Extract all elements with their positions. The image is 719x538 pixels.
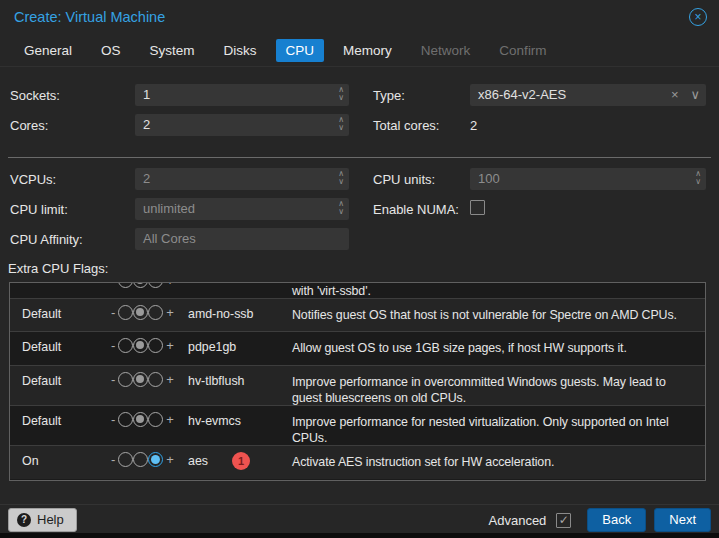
toggle-minus-label: - bbox=[108, 305, 118, 320]
chevron-down-icon[interactable]: ∨ bbox=[690, 84, 700, 106]
flag-row-hv-tlbflush[interactable]: Default - + hv-tlbflush Improve performa… bbox=[10, 366, 705, 406]
flag-toggle: - + bbox=[108, 282, 177, 288]
vcpus-label: VCPUs: bbox=[10, 172, 56, 187]
vcpus-value: 2 bbox=[143, 168, 150, 190]
radio-off-option[interactable] bbox=[118, 282, 133, 288]
cores-value: 2 bbox=[143, 114, 150, 136]
type-label: Type: bbox=[373, 88, 405, 103]
radio-off-option[interactable] bbox=[118, 452, 133, 467]
next-button[interactable]: Next bbox=[654, 508, 711, 532]
flag-row-partial[interactable]: - + with 'virt-ssbd'. bbox=[10, 283, 705, 299]
flag-row-pdpe1gb[interactable]: Default - + pdpe1gb Allow guest OS to us… bbox=[10, 332, 705, 366]
flag-name: hv-evmcs bbox=[188, 414, 241, 428]
enable-numa-checkbox[interactable] bbox=[470, 200, 485, 215]
cores-spinner[interactable]: 2 ∧∨ bbox=[135, 114, 349, 136]
radio-default-option[interactable] bbox=[133, 372, 148, 387]
tab-bar: General OS System Disks CPU Memory Netwo… bbox=[14, 39, 557, 62]
sockets-value: 1 bbox=[143, 84, 150, 106]
radio-off-option[interactable] bbox=[118, 372, 133, 387]
section-divider bbox=[8, 157, 711, 158]
tab-general[interactable]: General bbox=[14, 39, 82, 62]
window-bottom-edge bbox=[0, 533, 719, 538]
radio-on-option[interactable] bbox=[148, 338, 163, 353]
enable-numa-label: Enable NUMA: bbox=[373, 202, 459, 217]
tab-disks[interactable]: Disks bbox=[214, 39, 267, 62]
toggle-minus-label: - bbox=[108, 412, 118, 427]
cpu-flags-table: - + with 'virt-ssbd'. Default - + amd-no… bbox=[9, 282, 706, 481]
clear-icon[interactable]: × bbox=[671, 84, 679, 106]
spinner-arrows-icon: ∧∨ bbox=[338, 170, 344, 186]
flag-description: Allow guest OS to use 1GB size pages, if… bbox=[292, 340, 697, 356]
advanced-checkbox[interactable]: ✓ bbox=[556, 513, 571, 528]
total-cores-label: Total cores: bbox=[373, 118, 439, 133]
radio-on-option[interactable] bbox=[148, 372, 163, 387]
toggle-plus-label: + bbox=[163, 372, 177, 387]
toggle-plus-label: + bbox=[163, 452, 177, 467]
tab-confirm: Confirm bbox=[489, 39, 556, 62]
radio-default-option[interactable] bbox=[133, 338, 148, 353]
help-button[interactable]: ? Help bbox=[8, 508, 77, 532]
spinner-arrows-icon[interactable]: ∧∨ bbox=[338, 200, 344, 216]
close-icon[interactable]: × bbox=[689, 8, 707, 26]
cpu-units-value: 100 bbox=[478, 168, 500, 190]
cpu-affinity-input[interactable]: All Cores bbox=[135, 228, 349, 250]
flag-state: Default bbox=[22, 414, 61, 428]
toggle-plus-label: + bbox=[163, 338, 177, 353]
flag-toggle: - + bbox=[108, 372, 177, 387]
radio-off-option[interactable] bbox=[118, 412, 133, 427]
tab-system[interactable]: System bbox=[140, 39, 205, 62]
tab-network: Network bbox=[411, 39, 481, 62]
radio-off-option[interactable] bbox=[118, 305, 133, 320]
toggle-minus-label: - bbox=[108, 282, 118, 288]
flag-row-aes[interactable]: On - + aes 1 Activate AES instruction se… bbox=[10, 446, 705, 479]
flag-toggle: - + bbox=[108, 338, 177, 353]
cpu-limit-placeholder: unlimited bbox=[143, 201, 195, 216]
flag-state: Default bbox=[22, 340, 61, 354]
flag-description: Notifies guest OS that host is not vulne… bbox=[292, 307, 697, 323]
cpu-affinity-label: CPU Affinity: bbox=[10, 232, 83, 247]
spinner-arrows-icon[interactable]: ∧∨ bbox=[338, 116, 344, 132]
flag-toggle: - + bbox=[108, 452, 177, 467]
radio-on-option[interactable] bbox=[148, 412, 163, 427]
flag-description: with 'virt-ssbd'. bbox=[292, 283, 697, 299]
flag-row-amd-no-ssb[interactable]: Default - + amd-no-ssb Notifies guest OS… bbox=[10, 299, 705, 332]
toggle-plus-label: + bbox=[163, 305, 177, 320]
flag-row-hv-evmcs[interactable]: Default - + hv-evmcs Improve performance… bbox=[10, 406, 705, 446]
cores-label: Cores: bbox=[10, 118, 48, 133]
radio-on-option[interactable] bbox=[148, 305, 163, 320]
cpu-limit-spinner[interactable]: unlimited ∧∨ bbox=[135, 198, 349, 220]
flag-name: pdpe1gb bbox=[188, 340, 236, 354]
spinner-arrows-icon[interactable]: ∧∨ bbox=[338, 86, 344, 102]
flag-description: Improve performance in overcommitted Win… bbox=[292, 374, 697, 406]
radio-off-option[interactable] bbox=[118, 338, 133, 353]
sockets-spinner[interactable]: 1 ∧∨ bbox=[135, 84, 349, 106]
help-icon: ? bbox=[17, 513, 31, 527]
radio-default-option[interactable] bbox=[133, 305, 148, 320]
flag-description: Activate AES instruction set for HW acce… bbox=[292, 454, 697, 470]
flag-state: On bbox=[22, 454, 39, 468]
radio-on-option[interactable] bbox=[148, 452, 163, 467]
cpu-units-spinner: 100 ∧∨ bbox=[470, 168, 706, 190]
tab-memory[interactable]: Memory bbox=[333, 39, 402, 62]
flag-count-badge: 1 bbox=[232, 452, 250, 470]
toggle-minus-label: - bbox=[108, 338, 118, 353]
type-combobox[interactable]: x86-64-v2-AES × ∨ bbox=[470, 84, 706, 106]
cpu-limit-label: CPU limit: bbox=[10, 202, 68, 217]
extra-cpu-flags-label: Extra CPU Flags: bbox=[8, 261, 108, 276]
radio-default-option[interactable] bbox=[133, 412, 148, 427]
flag-state: Default bbox=[22, 307, 61, 321]
radio-default-option[interactable] bbox=[133, 452, 148, 467]
toggle-minus-label: - bbox=[108, 452, 118, 467]
create-vm-dialog: Create: Virtual Machine × General OS Sys… bbox=[0, 0, 719, 538]
radio-on-option[interactable] bbox=[148, 282, 163, 288]
radio-default-option[interactable] bbox=[133, 282, 148, 288]
type-value: x86-64-v2-AES bbox=[478, 84, 566, 106]
dialog-footer: ? Help Advanced ✓ Back Next bbox=[0, 504, 719, 533]
tab-cpu[interactable]: CPU bbox=[276, 39, 325, 62]
spinner-arrows-icon: ∧∨ bbox=[695, 170, 701, 186]
flag-description: Improve performance for nested virtualiz… bbox=[292, 414, 697, 446]
back-button[interactable]: Back bbox=[587, 508, 646, 532]
dialog-title: Create: Virtual Machine bbox=[14, 9, 165, 25]
help-button-label: Help bbox=[37, 509, 64, 531]
tab-os[interactable]: OS bbox=[91, 39, 131, 62]
